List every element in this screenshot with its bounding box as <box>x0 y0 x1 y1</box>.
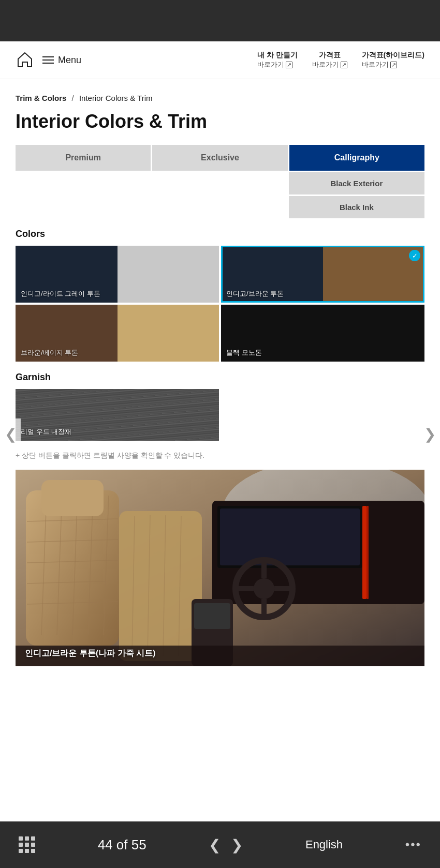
swatch-half-right <box>118 305 219 362</box>
subtab-black-ink[interactable]: Black Ink <box>289 196 424 218</box>
garnish-swatches-grid: 리얼 우드 내장재 <box>16 389 424 441</box>
selected-checkmark: ✓ <box>409 250 420 261</box>
svg-rect-31 <box>194 603 230 629</box>
car-interior-svg <box>16 470 424 666</box>
nav-price-hybrid-sub: 바로가기 ↗ <box>362 60 424 69</box>
prev-arrow-icon: ❮ <box>5 426 17 443</box>
bottom-next-arrow[interactable]: ❯ <box>231 836 243 854</box>
nav-price-sub: 바로가기 ↗ <box>312 60 347 69</box>
home-button[interactable] <box>16 51 34 69</box>
nav-my-car-label: 내 차 만들기 <box>257 51 298 60</box>
swatch-half-right <box>118 246 219 303</box>
swatch-black-mono[interactable]: 블랙 모노톤 <box>221 305 424 362</box>
hamburger-icon <box>42 56 54 64</box>
trim-tabs-row: Premium Exclusive Calligraphy <box>16 145 424 171</box>
nav-price-hybrid[interactable]: 가격표(하이브리드) 바로가기 ↗ <box>362 51 424 69</box>
svg-rect-25 <box>119 511 202 661</box>
car-image-caption: 인디고/브라운 투톤(나파 가죽 시트) <box>25 648 155 659</box>
colors-section-title: Colors <box>16 229 424 240</box>
top-dark-bar <box>0 0 440 41</box>
nav-price-hybrid-label: 가격표(하이브리드) <box>362 51 424 60</box>
swatch-indigo-brown[interactable]: 인디고/브라운 투톤 ✓ <box>221 246 424 303</box>
bottom-navigation: ❮ ❯ <box>209 836 243 854</box>
breadcrumb-separator: / <box>72 94 74 102</box>
more-options-button[interactable]: ••• <box>405 837 421 852</box>
car-image: 인디고/브라운 투톤(나파 가죽 시트) <box>16 470 424 666</box>
swatch-label: 브라운/베이지 투톤 <box>21 348 78 357</box>
tab-calligraphy[interactable]: Calligraphy <box>289 145 424 171</box>
nav-my-car-sub: 바로가기 ↗ <box>257 60 298 69</box>
svg-rect-4 <box>220 508 360 565</box>
menu-label: Menu <box>58 55 81 66</box>
svg-point-8 <box>254 578 274 599</box>
bottom-bar: 44 of 55 ❮ ❯ English ••• <box>0 821 440 868</box>
nav-price-label: 가격표 <box>312 51 347 60</box>
header: Menu 내 차 만들기 바로가기 ↗ 가격표 바로가기 ↗ 가격표(하이브리드… <box>0 41 440 79</box>
svg-rect-24 <box>41 480 104 516</box>
nav-my-car[interactable]: 내 차 만들기 바로가기 ↗ <box>257 51 298 69</box>
bottom-spacer <box>16 682 424 734</box>
page-title: Interior Colors & Trim <box>16 111 424 132</box>
grid-menu-button[interactable] <box>19 836 35 853</box>
tabs-container: Premium Exclusive Calligraphy Black Exte… <box>16 145 424 218</box>
breadcrumb-parent: Trim & Colors <box>16 94 66 102</box>
nav-price[interactable]: 가격표 바로가기 ↗ <box>312 51 347 69</box>
swatch-label: 인디고/브라운 투톤 <box>226 289 284 298</box>
breadcrumb: Trim & Colors / Interior Colors & Trim <box>16 94 424 102</box>
main-content: Trim & Colors / Interior Colors & Trim I… <box>0 79 440 734</box>
subtabs-container: Black Exterior Black Ink <box>16 172 424 218</box>
prev-arrow[interactable]: ❮ <box>0 418 21 450</box>
menu-button[interactable]: Menu <box>42 55 81 66</box>
hint-text: + 상단 버튼을 클릭하면 트림별 사양을 확인할 수 있습니다. <box>16 451 424 460</box>
swatch-indigo-light-grey[interactable]: 인디고/라이트 그레이 투톤 <box>16 246 219 303</box>
color-swatches-grid: 인디고/라이트 그레이 투톤 인디고/브라운 투톤 ✓ 브라운/베이지 투톤 블… <box>16 246 424 362</box>
next-arrow[interactable]: ❯ <box>419 418 440 450</box>
garnish-label: 리얼 우드 내장재 <box>21 427 71 437</box>
next-arrow-icon: ❯ <box>424 426 436 443</box>
tab-exclusive[interactable]: Exclusive <box>152 145 287 171</box>
language-selector[interactable]: English <box>305 838 343 851</box>
external-link-icon: ↗ <box>286 62 292 68</box>
page-count: 44 of 55 <box>98 837 146 853</box>
external-link-icon-2: ↗ <box>341 62 347 68</box>
external-link-icon-3: ↗ <box>390 62 397 68</box>
garnish-section-title: Garnish <box>16 372 424 383</box>
swatch-brown-beige[interactable]: 브라운/베이지 투톤 <box>16 305 219 362</box>
swatch-label: 블랙 모노톤 <box>226 348 262 357</box>
header-right: 내 차 만들기 바로가기 ↗ 가격표 바로가기 ↗ 가격표(하이브리드) 바로가… <box>257 51 424 69</box>
subtab-black-exterior[interactable]: Black Exterior <box>289 172 424 194</box>
garnish-real-wood[interactable]: 리얼 우드 내장재 <box>16 389 219 441</box>
breadcrumb-current: Interior Colors & Trim <box>79 94 153 102</box>
bottom-prev-arrow[interactable]: ❮ <box>209 836 221 854</box>
svg-rect-6 <box>366 506 369 599</box>
svg-rect-5 <box>362 506 366 599</box>
tab-premium[interactable]: Premium <box>16 145 151 171</box>
header-left: Menu <box>16 51 81 69</box>
swatch-label: 인디고/라이트 그레이 투톤 <box>21 289 100 298</box>
